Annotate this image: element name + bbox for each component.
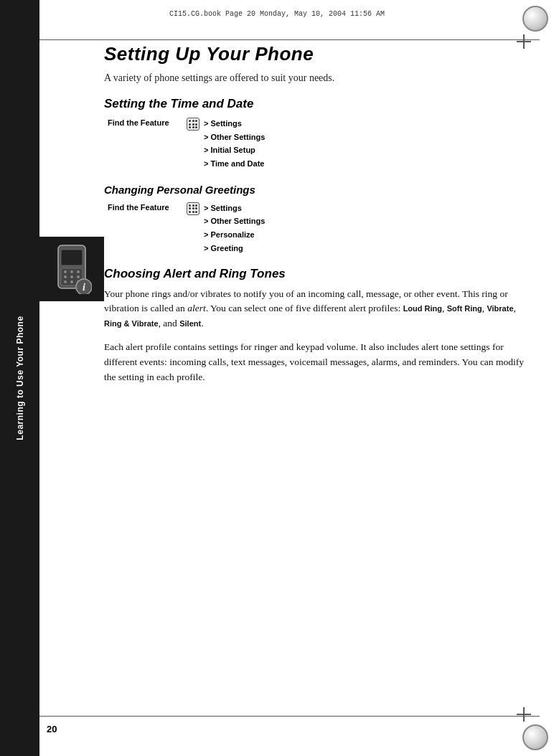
page-title: Setting Up Your Phone [104, 43, 532, 65]
bottom-divider [39, 716, 540, 717]
section2-menu-line-1: > Other Settings [204, 214, 265, 228]
svg-rect-1 [61, 250, 83, 265]
dot [195, 123, 197, 126]
filename-text: CI15.CG.book Page 20 Monday, May 10, 200… [169, 10, 385, 18]
dot [189, 204, 191, 207]
section2-find-feature-label: Find the Feature [108, 202, 187, 212]
dot [189, 120, 191, 122]
dot [189, 207, 191, 209]
left-sidebar: Learning to Use Your Phone [0, 0, 39, 756]
dot [192, 126, 194, 128]
section1-menu-line-0: > Settings [204, 117, 265, 131]
section2-heading: Changing Personal Greetings [104, 184, 532, 196]
dot [192, 120, 194, 122]
filename-bar: CI15.CG.book Page 20 Monday, May 10, 200… [43, 10, 511, 18]
page-subtitle: A variety of phone settings are offered … [104, 72, 532, 84]
svg-point-6 [64, 275, 67, 278]
dot [189, 123, 191, 126]
svg-point-5 [77, 270, 80, 273]
dot [195, 120, 197, 122]
dot [189, 211, 191, 213]
section2-menu-line-3: > Greeting [204, 242, 265, 255]
section1-menu-line-1: > Other Settings [204, 131, 265, 144]
section2-menu-icon [187, 202, 199, 215]
svg-point-10 [70, 280, 73, 283]
main-content: Setting Up Your Phone A variety of phone… [104, 43, 532, 713]
section1-menu-items: > Settings> Other Settings> Initial Setu… [204, 117, 265, 171]
page-number: 20 [47, 724, 57, 734]
section3-paragraph2: Each alert profile contains settings for… [104, 340, 532, 385]
svg-point-4 [70, 270, 73, 273]
dot [192, 123, 194, 126]
section1-menu-icon [187, 118, 199, 131]
section2-menu-line-2: > Personalize [204, 228, 265, 242]
dot [192, 207, 194, 209]
section2-feature-block: Find the Feature > Settings> Other Setti… [108, 202, 532, 255]
svg-text:i: i [83, 282, 85, 293]
svg-point-8 [77, 275, 80, 278]
section1-heading: Setting the Time and Date [104, 97, 532, 111]
menu-dots-grid [187, 118, 199, 130]
dot [195, 204, 197, 207]
sidebar-label: Learning to Use Your Phone [15, 316, 25, 440]
svg-point-9 [64, 280, 67, 283]
section1-menu-line-3: > Time and Date [204, 157, 265, 171]
dot [195, 126, 197, 128]
dot [189, 126, 191, 128]
dot [195, 207, 197, 209]
section2-menu-line-0: > Settings [204, 202, 265, 215]
dot [192, 211, 194, 213]
dot [195, 211, 197, 213]
section1-feature-block: Find the Feature > Settings> Other Setti… [108, 117, 532, 171]
menu-dots-grid-2 [187, 203, 199, 214]
phone-icon: i [52, 244, 92, 294]
svg-point-7 [70, 275, 73, 278]
section2-menu-items: > Settings> Other Settings> Personalize>… [204, 202, 265, 255]
top-divider [39, 39, 540, 40]
info-icon-box: i [39, 237, 104, 301]
section1-find-feature-label: Find the Feature [108, 117, 187, 127]
section1-menu-line-2: > Initial Setup [204, 143, 265, 157]
dot [192, 204, 194, 207]
section3-paragraph1: Your phone rings and/or vibrates to noti… [104, 287, 532, 332]
svg-point-3 [64, 270, 67, 273]
section3-heading: Choosing Alert and Ring Tones [104, 267, 532, 281]
